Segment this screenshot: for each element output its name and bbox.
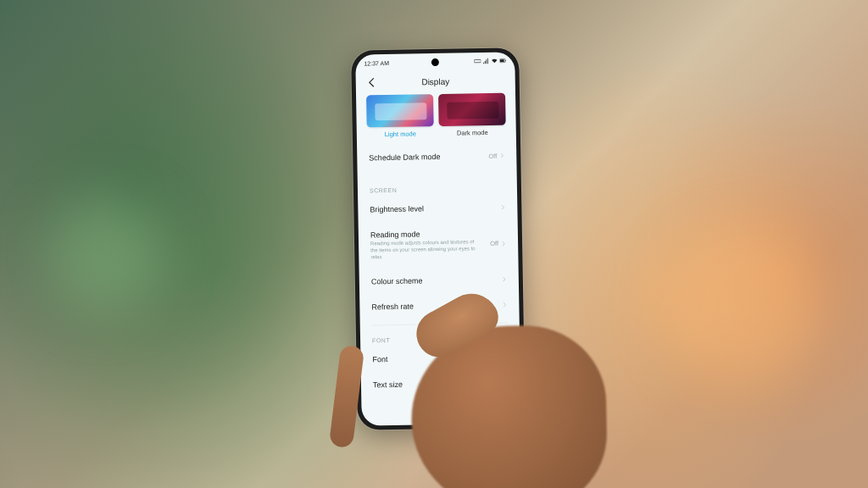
row-title: Text size [373,380,403,390]
light-mode-option[interactable]: Light mode [366,94,434,138]
svg-rect-0 [474,59,481,62]
row-schedule-dark-mode[interactable]: Schedule Dark mode Off [369,143,504,171]
page-title: Display [356,75,515,87]
theme-mode-row: Light mode Dark mode [356,91,516,143]
row-reading-mode[interactable]: Reading mode Reading mode adjusts colour… [370,220,507,269]
dark-mode-thumbnail [438,93,506,126]
settings-list: Schedule Dark mode Off SCREEN Brightness… [357,141,521,425]
row-value: Off [490,240,498,247]
wifi-icon [491,58,498,64]
status-icons [474,58,506,65]
arrow-left-icon [366,76,378,88]
chevron-right-icon [500,205,505,210]
section-screen: SCREEN [370,169,506,197]
dark-mode-option[interactable]: Dark mode [438,93,506,137]
dark-mode-label: Dark mode [457,129,488,137]
page-header: Display [356,69,515,93]
svg-rect-2 [505,60,506,61]
row-title: Colour scheme [371,277,423,286]
light-mode-thumbnail [366,94,434,127]
row-brightness-level[interactable]: Brightness level [370,195,505,223]
chevron-right-icon [499,153,504,158]
row-subtitle: Reading mode adjusts colours and texture… [370,239,481,261]
row-title: Brightness level [370,204,424,214]
back-button[interactable] [366,76,378,88]
phone-screen: 12:37 AM Display Light mode Dark mode [355,52,521,425]
row-font[interactable]: Font [372,345,508,373]
row-value: Off [488,152,497,159]
status-time: 12:37 AM [364,59,389,66]
chevron-right-icon [504,380,509,385]
chevron-right-icon [502,277,507,282]
row-text-size[interactable]: Text size [373,370,509,398]
svg-rect-3 [500,59,504,62]
section-font: FONT [372,324,508,347]
volte-icon [474,58,481,64]
row-refresh-rate[interactable]: Refresh rate [371,292,507,320]
chevron-right-icon [503,355,508,360]
light-mode-label: Light mode [385,130,416,138]
row-title: Schedule Dark mode [369,152,440,162]
battery-icon [499,58,506,64]
row-title: Reading mode [370,229,481,239]
row-title: Font [372,355,387,363]
chevron-right-icon [501,241,506,246]
phone-frame: 12:37 AM Display Light mode Dark mode [351,47,526,430]
row-title: Refresh rate [371,302,414,312]
row-colour-scheme[interactable]: Colour scheme [371,267,507,295]
signal-icon [482,58,489,64]
chevron-right-icon [502,302,507,308]
